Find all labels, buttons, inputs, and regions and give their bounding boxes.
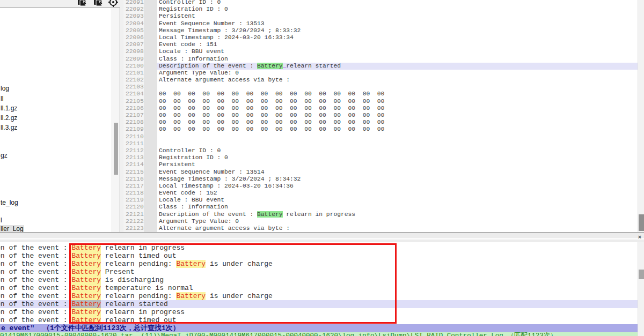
fold-margin (144, 70, 157, 77)
log-line-text: Message Timestamp : 3/20/2024 ; 8:34:32 (157, 176, 638, 183)
log-text-segment: Persistent (159, 161, 195, 168)
search-result-row[interactable]: on of the event : Battery Present (0, 268, 638, 276)
sidebar-file-item[interactable]: te_log (1, 199, 18, 207)
log-line: 2210700 00 00 00 00 00 00 00 00 00 00 00… (123, 112, 638, 119)
log-line-text (157, 84, 638, 91)
search-hit: Battery (71, 300, 101, 308)
results-scrollbar-thumb[interactable] (639, 270, 644, 279)
log-line: 22112Controller ID : 0 (123, 147, 638, 154)
search-result-row[interactable]: on of the event : Battery relearn starte… (0, 300, 638, 308)
fold-margin (144, 0, 157, 6)
editor-lines[interactable]: 22091Controller ID : 022092Registration … (123, 0, 638, 234)
fold-margin (144, 98, 157, 105)
log-line: 2210400 00 00 00 00 00 00 00 00 00 00 00… (123, 91, 638, 98)
result-text-segment: relearn started (101, 300, 168, 308)
log-text-segment: relearn in progress (283, 211, 356, 218)
sidebar-file-item[interactable]: ll (1, 95, 3, 103)
search-result-row[interactable]: on of the event : Battery temperature is… (0, 284, 638, 292)
log-line-text: Registration ID : 0 (157, 6, 638, 13)
fold-margin (144, 112, 157, 119)
editor-scrollbar[interactable] (638, 0, 644, 234)
result-text-segment: relearn pending: (101, 292, 176, 300)
log-line-text: Event Sequence Number : 13513 (157, 20, 638, 27)
sidebar-file-item[interactable]: gz (1, 152, 8, 160)
log-line-text: Description of the event : Battery_relea… (157, 63, 638, 70)
log-text-segment: 00 00 00 00 00 00 00 00 00 00 00 00 00 0… (159, 126, 384, 132)
search-file-line[interactable]: 01419M617000015-00040000-1620.tar (11)\M… (0, 332, 638, 336)
line-number: 22091 (123, 0, 144, 6)
editor-scrollbar-thumb[interactable] (639, 214, 644, 231)
line-number: 22102 (123, 77, 144, 84)
search-hit: Battery (71, 316, 101, 324)
sidebar-scrollbar[interactable] (112, 8, 120, 232)
log-text-segment: 00 00 00 00 00 00 00 00 00 00 00 00 00 0… (159, 112, 384, 118)
search-match-highlight: Battery (257, 63, 282, 69)
sidebar-file-item[interactable]: ll.1.gz (1, 104, 17, 113)
log-text-segment: Argument Type Value: 0 (159, 70, 239, 76)
close-icon[interactable]: × (636, 234, 643, 240)
log-text-segment: Persistent (159, 13, 195, 19)
log-line: 22094Event Sequence Number : 13513 (123, 20, 638, 27)
search-result-row[interactable]: on of the event : Battery relearn pendin… (0, 292, 638, 300)
result-prefix: on of the event : (0, 244, 71, 252)
line-number: 22101 (123, 70, 144, 77)
sidebar-scrollbar-thumb[interactable] (114, 123, 118, 175)
search-hit: Battery (176, 260, 206, 268)
search-result-row[interactable]: on of the event : Battery relearn timed … (0, 316, 638, 324)
fold-margin (144, 218, 157, 225)
line-number: 22109 (123, 126, 144, 133)
log-line: 22096Local Timestamp : 2024-03-20 16:33:… (123, 34, 638, 41)
log-line-text: Locale : BBU event (157, 197, 638, 204)
log-line-text: Registration ID : 0 (157, 154, 638, 161)
log-text-segment: 00 00 00 00 00 00 00 00 00 00 00 00 00 0… (159, 119, 384, 125)
search-results-panel: on of the event : Battery relearn in pro… (0, 242, 638, 336)
log-line: 22100Description of the event : Battery_… (123, 63, 638, 70)
panel-splitter[interactable] (0, 232, 644, 242)
sidebar-file-item[interactable]: log (1, 85, 9, 93)
log-copy-icon[interactable] (93, 0, 104, 7)
log-line: 22111 (123, 140, 638, 147)
fold-margin (144, 20, 157, 27)
line-number: 22100 (123, 63, 144, 70)
log-line-text: Alternate argument access via byte : (157, 225, 638, 232)
crosshair-icon[interactable] (108, 0, 119, 7)
log-line: 2210500 00 00 00 00 00 00 00 00 00 00 00… (123, 98, 638, 105)
result-text-segment: relearn timed out (101, 252, 176, 260)
log-line: 22099Class : Information (123, 56, 638, 63)
log-copy-icon[interactable] (77, 0, 87, 7)
log-text-segment: Registration ID : 0 (159, 154, 228, 161)
search-match-highlight: Battery (257, 211, 282, 218)
log-text-segment: 00 00 00 00 00 00 00 00 00 00 00 00 00 0… (159, 91, 384, 97)
sidebar-file-item[interactable]: l (1, 216, 2, 225)
fold-margin (144, 133, 157, 140)
search-result-row[interactable]: on of the event : Battery relearn in pro… (0, 244, 638, 252)
result-text-segment: relearn pending: (101, 260, 176, 268)
results-scrollbar[interactable] (638, 242, 644, 336)
fold-margin (144, 126, 157, 133)
search-result-row[interactable]: on of the event : Battery is discharging (0, 276, 638, 284)
log-text-segment: Event code : 152 (159, 190, 217, 196)
result-text-segment: relearn in progress (101, 244, 185, 252)
log-line-text: Local Timestamp : 2024-03-20 16:34:36 (157, 183, 638, 190)
log-text-segment: Event Sequence Number : 13514 (159, 169, 265, 175)
log-line-text: 00 00 00 00 00 00 00 00 00 00 00 00 00 0… (157, 112, 638, 119)
search-summary-line[interactable]: e event" （1个文件中匹配到1123次，总计查找1次） (0, 324, 638, 332)
search-hit: Battery (71, 244, 101, 252)
line-number: 22121 (123, 211, 144, 218)
log-line: 22102Alternate argument access via byte … (123, 77, 638, 84)
sidebar-file-item[interactable]: ll.3.gz (1, 124, 17, 132)
search-result-row[interactable]: on of the event : Battery relearn timed … (0, 252, 638, 260)
log-text-segment: Message Timestamp : 3/20/2024 ; 8:33:32 (159, 27, 301, 34)
log-line-text: Argument Type Value: 0 (157, 70, 638, 77)
line-number: 22118 (123, 190, 144, 197)
search-result-row[interactable]: on of the event : Battery relearn in pro… (0, 308, 638, 316)
fold-margin (144, 105, 157, 112)
line-number: 22103 (123, 84, 144, 91)
fold-margin (144, 190, 157, 197)
result-text-segment: is under charge (206, 292, 273, 300)
fold-margin (144, 77, 157, 84)
sidebar-file-item[interactable]: ll.2.gz (1, 114, 17, 122)
log-text-segment: relearn started (286, 63, 341, 69)
search-result-row[interactable]: on of the event : Battery relearn pendin… (0, 260, 638, 268)
log-line-text: Event code : 151 (157, 41, 638, 48)
